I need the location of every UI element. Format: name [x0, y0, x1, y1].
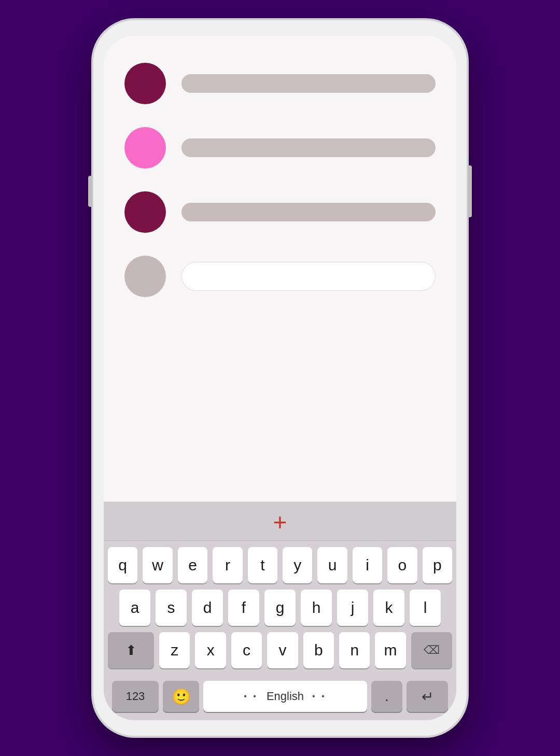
- key-w[interactable]: w: [143, 547, 172, 583]
- key-h[interactable]: h: [301, 590, 332, 626]
- numeric-key[interactable]: 123: [112, 681, 159, 712]
- avatar: [124, 127, 166, 169]
- key-p[interactable]: p: [423, 547, 452, 583]
- key-l[interactable]: l: [410, 590, 441, 626]
- key-v[interactable]: v: [267, 632, 298, 668]
- key-g[interactable]: g: [264, 590, 296, 626]
- key-i[interactable]: i: [353, 547, 382, 583]
- key-y[interactable]: y: [283, 547, 312, 583]
- enter-icon: ↵: [422, 688, 433, 705]
- keyboard-area: + q w e r t y u i o p: [104, 502, 456, 720]
- spacebar[interactable]: • • English • •: [203, 681, 367, 712]
- key-a[interactable]: a: [119, 590, 150, 626]
- keyboard-row-1: q w e r t y u i o p: [108, 547, 452, 583]
- key-o[interactable]: o: [387, 547, 417, 583]
- emoji-key[interactable]: 🙂: [163, 681, 199, 712]
- key-s[interactable]: s: [156, 590, 187, 626]
- key-e[interactable]: e: [178, 547, 207, 583]
- key-x[interactable]: x: [195, 632, 226, 668]
- key-t[interactable]: t: [248, 547, 277, 583]
- key-u[interactable]: u: [317, 547, 347, 583]
- dots-left: • •: [244, 692, 258, 701]
- key-m[interactable]: m: [375, 632, 405, 668]
- key-d[interactable]: d: [192, 590, 223, 626]
- text-bar: [181, 203, 436, 221]
- key-z[interactable]: z: [159, 632, 190, 668]
- list-item-input[interactable]: [124, 244, 436, 309]
- key-n[interactable]: n: [339, 632, 370, 668]
- dots-right: • •: [312, 692, 327, 701]
- backspace-icon: ⌫: [424, 643, 440, 657]
- avatar: [124, 63, 166, 104]
- period-key[interactable]: .: [371, 681, 402, 712]
- keyboard-row-2: a s d f g h j k l: [108, 590, 452, 626]
- avatar: [124, 256, 166, 297]
- add-icon[interactable]: +: [273, 510, 287, 534]
- list-item[interactable]: [124, 116, 436, 180]
- shift-icon: ⬆: [125, 642, 137, 659]
- side-button-left: [88, 176, 92, 207]
- text-bar: [181, 74, 436, 93]
- keyboard-bottom-row: 123 🙂 • • English • • . ↵: [104, 677, 456, 720]
- key-j[interactable]: j: [337, 590, 368, 626]
- keyboard-main: q w e r t y u i o p a s d f g: [104, 541, 456, 677]
- content-area: [104, 36, 456, 501]
- list-item[interactable]: [124, 51, 436, 116]
- language-label: English: [267, 690, 304, 703]
- key-r[interactable]: r: [213, 547, 242, 583]
- text-input[interactable]: [181, 262, 436, 291]
- text-bar: [181, 138, 436, 157]
- phone-frame: + q w e r t y u i o p: [93, 20, 467, 736]
- avatar: [124, 191, 166, 233]
- backspace-key[interactable]: ⌫: [411, 632, 452, 668]
- phone-screen: + q w e r t y u i o p: [104, 36, 456, 720]
- list-item[interactable]: [124, 180, 436, 244]
- side-button-right: [468, 165, 472, 217]
- key-q[interactable]: q: [108, 547, 137, 583]
- emoji-icon: 🙂: [172, 688, 191, 706]
- key-c[interactable]: c: [231, 632, 262, 668]
- shift-key[interactable]: ⬆: [108, 632, 154, 668]
- enter-key[interactable]: ↵: [407, 681, 448, 712]
- key-k[interactable]: k: [373, 590, 404, 626]
- key-b[interactable]: b: [303, 632, 334, 668]
- keyboard-toolbar: +: [104, 502, 456, 541]
- key-f[interactable]: f: [228, 590, 259, 626]
- keyboard-row-3: ⬆ z x c v b n m ⌫: [108, 632, 452, 668]
